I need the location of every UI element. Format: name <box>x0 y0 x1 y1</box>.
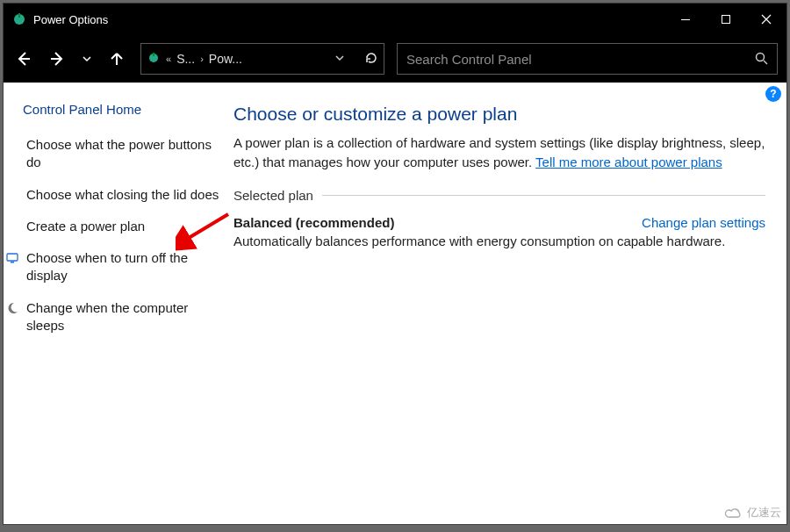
sidebar-item-label: Choose what the power buttons do <box>26 136 221 172</box>
page-description: A power plan is a collection of hardware… <box>233 133 765 172</box>
window-frame: Power Options « S... <box>3 3 787 525</box>
plan-description: Automatically balances performance with … <box>233 234 765 248</box>
learn-more-link[interactable]: Tell me more about power plans <box>535 155 722 169</box>
page-heading: Choose or customize a power plan <box>233 104 765 125</box>
sidebar-item-label: Create a power plan <box>26 218 145 235</box>
section-label: Selected plan <box>233 188 313 203</box>
recent-dropdown[interactable] <box>75 44 98 74</box>
sidebar-item-label: Choose when to turn off the display <box>26 249 221 285</box>
refresh-button[interactable] <box>364 51 378 68</box>
up-button[interactable] <box>102 44 132 74</box>
search-box[interactable]: Search Control Panel <box>397 43 778 75</box>
address-icon <box>147 51 161 68</box>
main-panel: Choose or customize a power plan A power… <box>232 83 786 524</box>
monitor-icon <box>5 249 19 285</box>
sidebar-item-power-buttons[interactable]: Choose what the power buttons do <box>23 136 221 172</box>
plan-name: Balanced (recommended) <box>233 215 394 230</box>
app-icon <box>12 12 26 26</box>
sidebar: Control Panel Home Choose what the power… <box>4 83 232 524</box>
search-placeholder: Search Control Panel <box>406 52 754 67</box>
maximize-button[interactable] <box>706 4 746 35</box>
svg-point-6 <box>757 53 765 61</box>
search-icon[interactable] <box>754 51 768 68</box>
svg-rect-8 <box>11 262 14 263</box>
chevron-right-icon: › <box>200 54 204 64</box>
svg-rect-1 <box>18 13 20 18</box>
svg-rect-5 <box>153 53 154 56</box>
back-button[interactable] <box>9 44 39 74</box>
svg-rect-3 <box>722 16 730 24</box>
sidebar-item-computer-sleeps[interactable]: Change when the computer sleeps <box>23 299 221 335</box>
sidebar-item-closing-lid[interactable]: Choose what closing the lid does <box>23 186 221 204</box>
sidebar-item-label: Change when the computer sleeps <box>26 299 221 335</box>
svg-rect-2 <box>681 19 690 20</box>
change-plan-settings-link[interactable]: Change plan settings <box>642 215 765 230</box>
address-dropdown-icon[interactable] <box>334 52 345 66</box>
titlebar: Power Options <box>4 4 786 35</box>
sidebar-item-create-plan[interactable]: Create a power plan <box>23 218 221 235</box>
forward-button[interactable] <box>42 44 72 74</box>
svg-rect-7 <box>7 254 18 261</box>
control-panel-home-link[interactable]: Control Panel Home <box>23 102 221 117</box>
navbar: « S... › Pow... Search Control Panel <box>4 35 786 83</box>
sidebar-item-turn-off-display[interactable]: Choose when to turn off the display <box>23 249 221 285</box>
breadcrumb-current[interactable]: Pow... <box>209 52 242 66</box>
sidebar-item-label: Choose what closing the lid does <box>26 186 219 204</box>
address-bar[interactable]: « S... › Pow... <box>140 43 384 75</box>
divider <box>322 195 765 196</box>
window-title: Power Options <box>33 13 108 26</box>
minimize-button[interactable] <box>665 4 706 35</box>
section-header: Selected plan <box>233 188 765 203</box>
breadcrumb-root[interactable]: S... <box>176 52 195 66</box>
close-button[interactable] <box>746 4 786 35</box>
moon-icon <box>5 299 19 335</box>
content-area: ? Control Panel Home Choose what the pow… <box>4 83 786 524</box>
chevron-left-icon: « <box>166 54 171 64</box>
watermark: 亿速云 <box>724 505 781 521</box>
